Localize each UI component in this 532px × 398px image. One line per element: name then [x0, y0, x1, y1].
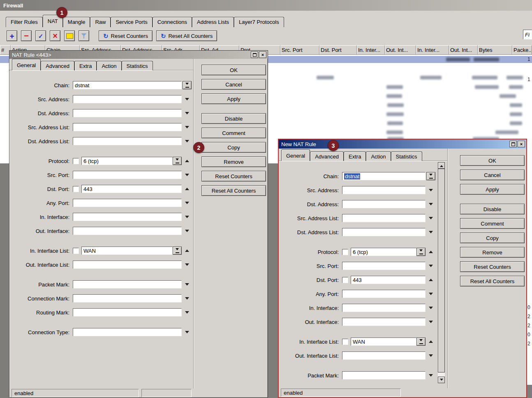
tab-statistics[interactable]: Statistics [391, 151, 422, 161]
any-port-input[interactable] [342, 290, 426, 298]
apply-button[interactable]: Apply [460, 184, 525, 195]
protocol-checkbox[interactable] [73, 158, 79, 164]
chain-input[interactable]: dstnat [73, 81, 182, 89]
filter-input[interactable]: Fi [523, 30, 532, 40]
dropdown-arrow-icon[interactable] [429, 217, 433, 221]
out-interface-list-input[interactable] [342, 351, 426, 360]
ok-button[interactable]: OK [460, 155, 525, 166]
tab-layer7-protocols[interactable]: Layer7 Protocols [234, 17, 284, 27]
any-port-input[interactable] [73, 199, 182, 207]
tab-action[interactable]: Action [366, 151, 391, 161]
reset-all-counters-toolbar-button[interactable]: ↻ Reset All Counters [156, 30, 217, 41]
col-bytes[interactable]: Bytes [478, 45, 512, 55]
tab-advanced[interactable]: Advanced [41, 61, 74, 70]
comment-button[interactable] [64, 30, 75, 41]
reset-counters-toolbar-button[interactable]: ↻ Reset Counters [99, 30, 153, 41]
dropdown-arrow-icon[interactable] [185, 331, 189, 335]
restore-button[interactable] [251, 51, 258, 58]
chain-input[interactable]: dstnat [342, 172, 426, 180]
in-interface-input[interactable] [342, 304, 426, 312]
reset-all-counters-button[interactable]: Reset All Counters [460, 276, 525, 286]
protocol-input[interactable]: 6 (tcp) [81, 157, 173, 165]
tab-filter-rules[interactable]: Filter Rules [6, 17, 43, 27]
copy-button[interactable]: Copy [460, 233, 525, 243]
in-interface-list-checkbox[interactable] [73, 248, 79, 254]
dropdown-arrow-icon[interactable] [185, 112, 189, 116]
dropdown-arrow-icon[interactable] [185, 311, 189, 316]
filter-button[interactable] [79, 30, 89, 41]
tab-connections[interactable]: Connections [153, 17, 192, 27]
col-in-interface-list[interactable]: In. Inter... [416, 45, 449, 55]
tab-statistics[interactable]: Statistics [122, 61, 153, 70]
chain-droplist-button[interactable] [183, 81, 192, 89]
disable-button[interactable]: × [50, 30, 60, 41]
reset-counters-button[interactable]: Reset Counters [460, 261, 525, 272]
in-interface-list-input[interactable]: WAN [81, 247, 173, 255]
src-address-list-input[interactable] [73, 123, 182, 131]
remove-field-arrow-icon[interactable] [429, 338, 433, 343]
dropdown-arrow-icon[interactable] [185, 202, 189, 206]
disable-rule-button[interactable]: Disable [460, 204, 525, 214]
dropdown-arrow-icon[interactable] [429, 265, 433, 269]
dropdown-arrow-icon[interactable] [185, 297, 189, 302]
in-interface-list-input[interactable]: WAN [351, 337, 416, 346]
col-src-port[interactable]: Src. Port [280, 45, 319, 55]
tab-address-lists[interactable]: Address Lists [192, 17, 234, 27]
dropdown-arrow-icon[interactable] [185, 174, 189, 178]
ok-button[interactable]: OK [201, 65, 266, 75]
remove-field-arrow-icon[interactable] [185, 158, 189, 162]
dropdown-arrow-icon[interactable] [185, 98, 189, 102]
dst-port-input[interactable]: 443 [351, 276, 426, 284]
scrollbar-thumb[interactable] [438, 169, 445, 372]
col-in-interface[interactable]: In. Inter... [357, 45, 385, 55]
close-button[interactable]: × [259, 51, 266, 58]
remove-field-arrow-icon[interactable] [185, 186, 189, 190]
scroll-up-button[interactable] [438, 162, 445, 169]
dst-address-input[interactable] [73, 109, 182, 117]
dst-address-input[interactable] [342, 200, 426, 208]
out-interface-input[interactable] [342, 318, 426, 326]
disable-rule-button[interactable]: Disable [201, 113, 266, 124]
src-address-input[interactable] [73, 95, 182, 103]
dropdown-arrow-icon[interactable] [429, 321, 433, 325]
in-interface-list-checkbox[interactable] [342, 339, 348, 345]
col-dst-port[interactable]: Dst. Port [319, 45, 357, 55]
tab-general[interactable]: General [281, 149, 310, 161]
dropdown-arrow-icon[interactable] [429, 189, 433, 193]
chain-droplist-button[interactable] [426, 172, 435, 180]
reset-counters-button[interactable]: Reset Counters [201, 171, 266, 182]
dropdown-arrow-icon[interactable] [185, 263, 189, 268]
dst-port-input[interactable]: 443 [81, 185, 182, 193]
src-address-input[interactable] [342, 186, 426, 194]
out-interface-list-input[interactable] [73, 261, 182, 269]
remove-rule-button[interactable]: Remove [201, 156, 266, 167]
enable-button[interactable]: ✓ [35, 30, 46, 41]
dropdown-arrow-icon[interactable] [185, 126, 189, 130]
dropdown-arrow-icon[interactable] [429, 354, 433, 359]
remove-field-arrow-icon[interactable] [429, 277, 433, 281]
cancel-button[interactable]: Cancel [201, 79, 266, 90]
tab-action[interactable]: Action [97, 61, 121, 70]
nat-rule-443-titlebar[interactable]: NAT Rule <443> × [9, 51, 268, 59]
src-port-input[interactable] [73, 171, 182, 179]
dst-port-checkbox[interactable] [342, 277, 348, 283]
new-nat-rule-titlebar[interactable]: New NAT Rule × [279, 140, 526, 149]
packet-mark-input[interactable] [342, 371, 426, 379]
remove-field-arrow-icon[interactable] [185, 247, 189, 252]
in-interface-input[interactable] [73, 213, 182, 221]
cancel-button[interactable]: Cancel [460, 170, 525, 180]
tab-extra[interactable]: Extra [74, 61, 97, 70]
src-address-list-input[interactable] [342, 214, 426, 222]
protocol-input[interactable]: 6 (tcp) [351, 248, 416, 256]
dropdown-arrow-icon[interactable] [185, 140, 189, 144]
tab-advanced[interactable]: Advanced [310, 151, 344, 161]
apply-button[interactable]: Apply [201, 93, 266, 104]
dropdown-arrow-icon[interactable] [429, 293, 433, 297]
col-packets[interactable]: Packe... [512, 45, 532, 55]
protocol-droplist-button[interactable] [173, 157, 182, 165]
in-interface-list-droplist-button[interactable] [416, 337, 426, 346]
scroll-down-button[interactable] [438, 377, 445, 383]
tab-service-ports[interactable]: Service Ports [111, 17, 152, 27]
tab-general[interactable]: General [12, 59, 41, 70]
dst-address-list-input[interactable] [342, 228, 426, 236]
